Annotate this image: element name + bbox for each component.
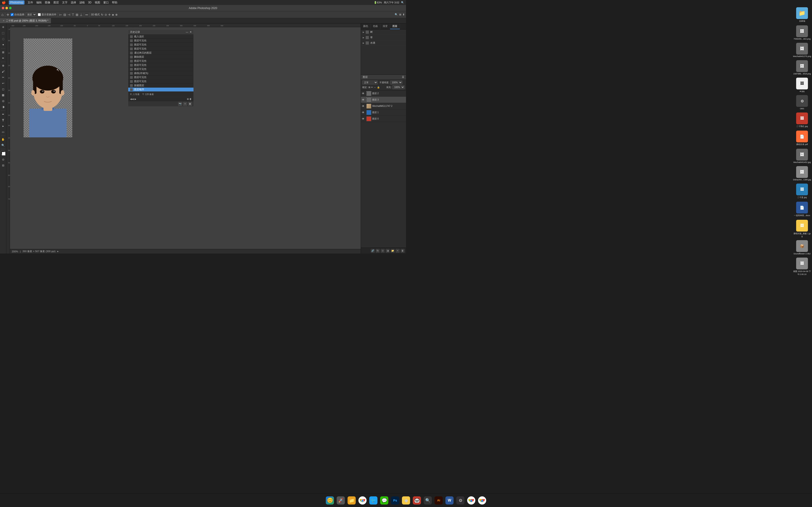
swatches-tab[interactable]: 色板	[371, 23, 380, 29]
delete-layer-btn[interactable]: 🗑	[401, 249, 405, 253]
magic-wand-tool[interactable]: ✦	[0, 42, 6, 48]
app-name[interactable]: Photoshop	[9, 0, 24, 5]
library-group-grass[interactable]: ▶ 草	[361, 35, 406, 40]
library-group-trees[interactable]: ▶ 树	[361, 30, 406, 35]
menu-image[interactable]: 图像	[45, 1, 50, 5]
align-right-icon[interactable]: ⊣	[67, 13, 70, 16]
history-minimize[interactable]: —	[186, 31, 188, 34]
search-icon-right[interactable]: 🔍	[395, 13, 398, 16]
align-bottom-icon[interactable]: ⊥	[80, 13, 83, 16]
history-item-2[interactable]: 图层可见性	[128, 43, 194, 47]
history-extra-right[interactable]: ▶	[135, 98, 136, 100]
gradient-tool[interactable]: ▦	[0, 92, 6, 98]
history-delete-icon[interactable]: 🗑	[189, 98, 192, 100]
quick-mask-mode[interactable]: ⊙	[0, 157, 6, 162]
document-tab[interactable]: ✕ 二寸照.psd @ 200% (图层 3, RGB/8) *	[0, 18, 51, 23]
history-item-9[interactable]: 曲线(存储为)	[128, 71, 194, 75]
link-layers-btn[interactable]: 🔗	[371, 249, 375, 253]
3d-roll-icon[interactable]: ⊙	[105, 13, 107, 16]
path-selection-tool[interactable]: ▸	[0, 123, 6, 129]
dodge-tool[interactable]: ◑	[0, 104, 6, 110]
zoom-tool[interactable]: 🔍	[0, 143, 6, 148]
spot-healing-tool[interactable]: ⊕	[0, 63, 6, 68]
lock-image-icon[interactable]: ✏	[371, 86, 373, 89]
menu-select[interactable]: 选择	[71, 1, 76, 5]
apple-menu[interactable]: 🍎	[2, 1, 6, 4]
text-tool[interactable]: T	[0, 117, 6, 123]
align-left-icon[interactable]: ⊢	[59, 13, 62, 16]
align-top-icon[interactable]: ⊤	[71, 13, 74, 16]
layer-group-btn[interactable]: 📁	[391, 249, 395, 253]
menu-edit[interactable]: 编辑	[36, 1, 42, 5]
menu-window[interactable]: 窗口	[103, 1, 109, 5]
layer-2-visibility[interactable]: 👁	[362, 92, 365, 95]
close-button[interactable]	[2, 7, 4, 9]
crop-tool[interactable]: ⊞	[0, 50, 6, 55]
library-group-waterdrops[interactable]: ▶ 水滴	[361, 40, 406, 46]
status-arrow[interactable]: ▸	[57, 250, 59, 253]
blend-mode-select[interactable]: 正常 溶解 正片叠底	[362, 80, 378, 84]
lock-position-icon[interactable]: ↔	[374, 86, 376, 89]
layer-3-visibility[interactable]: 👁	[362, 98, 365, 101]
layer-style-btn[interactable]: fx	[376, 249, 380, 253]
layer-item-2[interactable]: 👁 图层 2	[361, 90, 406, 97]
more-options-icon[interactable]: •••	[86, 13, 88, 16]
history-item-1[interactable]: 图层可见性	[128, 39, 194, 43]
layers-menu-icon[interactable]: ☰	[402, 75, 404, 78]
history-item-6[interactable]: 图层可见性	[128, 59, 194, 63]
history-trash-btn[interactable]: 🗑	[188, 102, 192, 106]
opacity-select[interactable]: 100%	[390, 80, 402, 84]
pen-tool[interactable]: ✒	[0, 112, 6, 117]
lock-pixels-icon[interactable]: ⊞	[368, 86, 370, 89]
history-item-4[interactable]: 通过拷贝的图层	[128, 51, 194, 55]
show-transform-checkbox[interactable]	[38, 13, 41, 16]
history-item-13[interactable]: 图层顺序	[128, 88, 194, 92]
3d-rotate-icon[interactable]: ↻	[101, 13, 103, 16]
color-tab[interactable]: 颜色	[361, 23, 371, 29]
background-color[interactable]	[2, 152, 5, 156]
layer-item-3[interactable]: 👁 图层 3	[361, 97, 406, 103]
layer-item-0[interactable]: 👁 图层 0	[361, 116, 406, 122]
history-brush-tool[interactable]: ↩	[0, 80, 6, 86]
history-item-5[interactable]: 删除图层	[128, 55, 194, 59]
auto-select-checkbox[interactable]	[11, 13, 14, 16]
tab-close-icon[interactable]: ✕	[3, 19, 5, 22]
rectangular-marquee-tool[interactable]: ⬚	[0, 30, 6, 36]
share-icon[interactable]: ⬆	[403, 13, 405, 16]
patterns-tab[interactable]: 图案	[390, 23, 400, 29]
shape-tool[interactable]: ▭	[0, 129, 6, 135]
history-item-0[interactable]: 载入选区	[128, 35, 194, 39]
move-tool[interactable]: ✛	[0, 24, 6, 30]
menu-help[interactable]: 帮助	[112, 1, 117, 5]
gradients-tab[interactable]: 渐变	[380, 23, 390, 29]
eraser-tool[interactable]: ◻	[0, 87, 6, 92]
new-layer-btn[interactable]: +	[396, 249, 400, 253]
adjustment-layer-btn[interactable]: ◑	[386, 249, 390, 253]
history-item-8[interactable]: 图层可见性	[128, 67, 194, 71]
clone-stamp-tool[interactable]: ✂	[0, 75, 6, 80]
eyedropper-tool[interactable]: ✒	[0, 55, 6, 61]
history-item-10[interactable]: 图层可见性	[128, 75, 194, 79]
auto-select-dropdown[interactable]: 图层 组	[26, 13, 37, 16]
menu-layer[interactable]: 图层	[53, 1, 59, 5]
3d-pan-icon[interactable]: ✛	[108, 13, 111, 16]
history-item-3[interactable]: 图层可见性	[128, 47, 194, 51]
menu-type[interactable]: 文字	[62, 1, 67, 5]
history-snapshot-btn[interactable]: 📷	[178, 102, 182, 106]
3d-slide-icon[interactable]: ◈	[112, 13, 114, 16]
history-new-doc-btn[interactable]: +	[183, 102, 187, 106]
wechat-layer-visibility[interactable]: 👁	[362, 105, 365, 108]
lock-all-icon[interactable]: 🔒	[377, 86, 380, 89]
minimize-button[interactable]	[5, 7, 8, 9]
blur-tool[interactable]: ◎	[0, 98, 6, 104]
lasso-tool[interactable]: ◌	[0, 36, 6, 42]
align-center-v-icon[interactable]: ⊟	[63, 13, 66, 16]
layer-item-1[interactable]: 👁 图层 1	[361, 109, 406, 116]
layer-item-wechat[interactable]: 👁 WechatIMG11747 2	[361, 103, 406, 109]
align-middle-h-icon[interactable]: ⊞	[76, 13, 79, 16]
history-item-7[interactable]: 图层可见性	[128, 63, 194, 67]
layer-1-visibility[interactable]: 👁	[362, 111, 365, 114]
history-close[interactable]: ✕	[190, 31, 192, 34]
menu-view[interactable]: 视图	[95, 1, 100, 5]
arrange-icon[interactable]: ⊞	[399, 13, 401, 16]
